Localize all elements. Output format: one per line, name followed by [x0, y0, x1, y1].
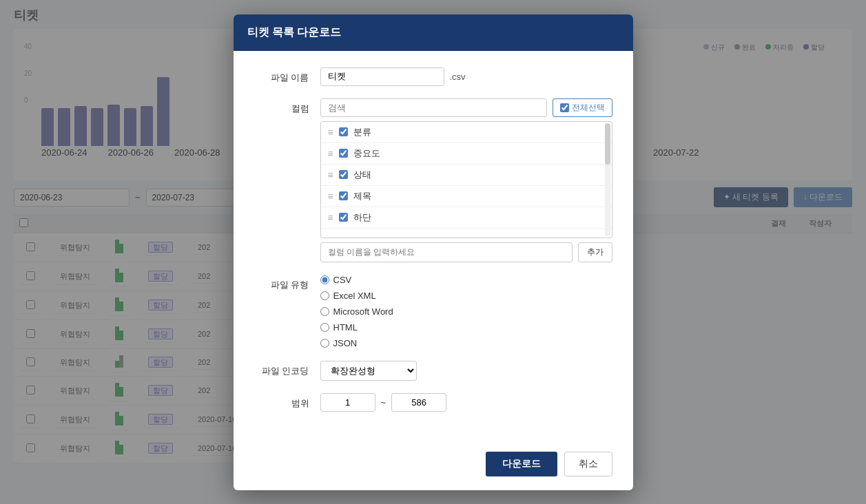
- drag-handle: ≡: [328, 212, 333, 223]
- encoding-controls: 확장완성형 UTF-8 EUC-KR: [320, 361, 612, 381]
- file-ext: .csv: [450, 72, 466, 82]
- column-search-row: 전체선택: [320, 98, 612, 117]
- modal-footer: 다운로드 취소: [234, 441, 633, 490]
- scrollbar-track: [605, 123, 610, 236]
- column-checkbox-bottom[interactable]: [339, 213, 348, 222]
- column-add-button[interactable]: 추가: [578, 242, 612, 262]
- column-add-input[interactable]: [320, 242, 573, 262]
- encoding-label: 파일 인코딩: [254, 361, 309, 377]
- modal-download-button[interactable]: 다운로드: [486, 452, 557, 476]
- drag-handle: ≡: [328, 148, 333, 159]
- column-add-row: 추가: [320, 242, 612, 262]
- modal-header: 티켓 목록 다운로드: [234, 14, 633, 51]
- radio-json-input[interactable]: [320, 339, 329, 348]
- radio-json: JSON: [320, 338, 612, 348]
- download-modal: 티켓 목록 다운로드 파일 이름 .csv 컬럼: [234, 14, 633, 490]
- modal-overlay: 티켓 목록 다운로드 파일 이름 .csv 컬럼: [0, 0, 866, 504]
- file-name-input[interactable]: [320, 67, 444, 86]
- radio-excel: Excel XML: [320, 291, 612, 301]
- column-list: ≡ 분류 ≡ 중요도 ≡: [320, 121, 612, 238]
- file-name-row: 파일 이름 .csv: [254, 67, 612, 86]
- range-to-input[interactable]: [391, 393, 446, 412]
- select-all-button[interactable]: 전체선택: [553, 98, 612, 117]
- range-inputs: ~: [320, 393, 612, 412]
- radio-html-label[interactable]: HTML: [333, 322, 358, 333]
- column-item-title[interactable]: ≡ 제목: [321, 186, 612, 207]
- column-checkbox-importance[interactable]: [339, 149, 348, 158]
- select-all-checkbox[interactable]: [560, 103, 569, 112]
- scrollbar-thumb: [605, 123, 610, 165]
- column-item-bottom[interactable]: ≡ 하단: [321, 207, 612, 229]
- radio-json-label[interactable]: JSON: [333, 338, 358, 348]
- file-type-label: 파일 유형: [254, 275, 309, 291]
- encoding-select[interactable]: 확장완성형 UTF-8 EUC-KR: [320, 361, 417, 381]
- column-item-category[interactable]: ≡ 분류: [321, 122, 612, 143]
- file-name-label: 파일 이름: [254, 67, 309, 84]
- range-label: 범위: [254, 393, 309, 410]
- column-checkbox-status[interactable]: [339, 170, 348, 179]
- radio-word: Microsoft Word: [320, 306, 612, 317]
- column-checkbox-title[interactable]: [339, 191, 348, 200]
- radio-word-label[interactable]: Microsoft Word: [333, 306, 393, 317]
- file-type-controls: CSV Excel XML Microsoft Word: [320, 275, 612, 348]
- column-search-input[interactable]: [320, 98, 547, 117]
- modal-title: 티켓 목록 다운로드: [247, 26, 342, 38]
- range-from-input[interactable]: [320, 393, 375, 412]
- column-label-bottom[interactable]: 하단: [353, 211, 371, 224]
- range-row: 범위 ~: [254, 393, 612, 412]
- file-type-group: CSV Excel XML Microsoft Word: [320, 275, 612, 348]
- drag-handle: ≡: [328, 127, 333, 138]
- radio-csv: CSV: [320, 275, 612, 285]
- select-all-label: 전체선택: [572, 102, 605, 114]
- column-label-importance[interactable]: 중요도: [353, 147, 380, 160]
- radio-excel-input[interactable]: [320, 291, 329, 300]
- column-item-importance[interactable]: ≡ 중요도: [321, 143, 612, 165]
- column-row: 컬럼 전체선택 ≡: [254, 98, 612, 262]
- radio-word-input[interactable]: [320, 307, 329, 316]
- column-label-title[interactable]: 제목: [353, 190, 371, 202]
- file-type-row: 파일 유형 CSV Excel XML: [254, 275, 612, 348]
- column-checkbox-category[interactable]: [339, 127, 348, 136]
- column-label-status[interactable]: 상태: [353, 169, 371, 181]
- range-separator: ~: [381, 397, 386, 408]
- column-label: 컬럼: [254, 98, 309, 115]
- radio-html: HTML: [320, 322, 612, 333]
- encoding-row: 파일 인코딩 확장완성형 UTF-8 EUC-KR: [254, 361, 612, 381]
- column-controls: 전체선택 ≡ 분류 ≡: [320, 98, 612, 262]
- radio-csv-label[interactable]: CSV: [333, 275, 352, 285]
- file-name-input-row: .csv: [320, 67, 612, 86]
- drag-handle: ≡: [328, 169, 333, 180]
- range-controls: ~: [320, 393, 612, 412]
- column-item-status[interactable]: ≡ 상태: [321, 165, 612, 186]
- column-label-category[interactable]: 분류: [353, 126, 371, 138]
- modal-cancel-button[interactable]: 취소: [564, 452, 612, 476]
- background-page: 티켓 40 20 0: [0, 0, 866, 504]
- radio-csv-input[interactable]: [320, 275, 329, 284]
- radio-html-input[interactable]: [320, 323, 329, 332]
- file-name-controls: .csv: [320, 67, 612, 86]
- drag-handle: ≡: [328, 191, 333, 202]
- modal-body: 파일 이름 .csv 컬럼: [234, 51, 633, 441]
- radio-excel-label[interactable]: Excel XML: [333, 291, 376, 301]
